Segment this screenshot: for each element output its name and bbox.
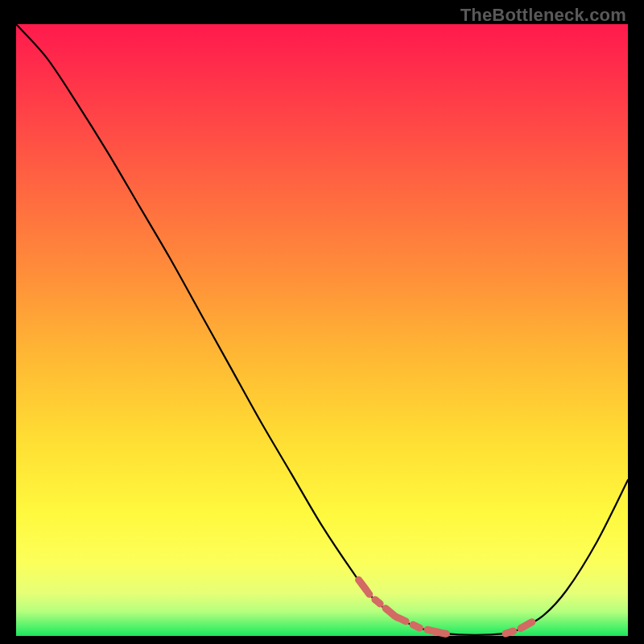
curve-svg: [16, 24, 628, 636]
marker-dashes-left: [359, 580, 481, 635]
bottleneck-curve: [16, 24, 628, 635]
watermark-text: TheBottleneck.com: [460, 5, 626, 26]
chart-frame: TheBottleneck.com: [0, 0, 644, 644]
plot-area: [16, 24, 628, 636]
marker-dashes-right: [506, 617, 543, 634]
